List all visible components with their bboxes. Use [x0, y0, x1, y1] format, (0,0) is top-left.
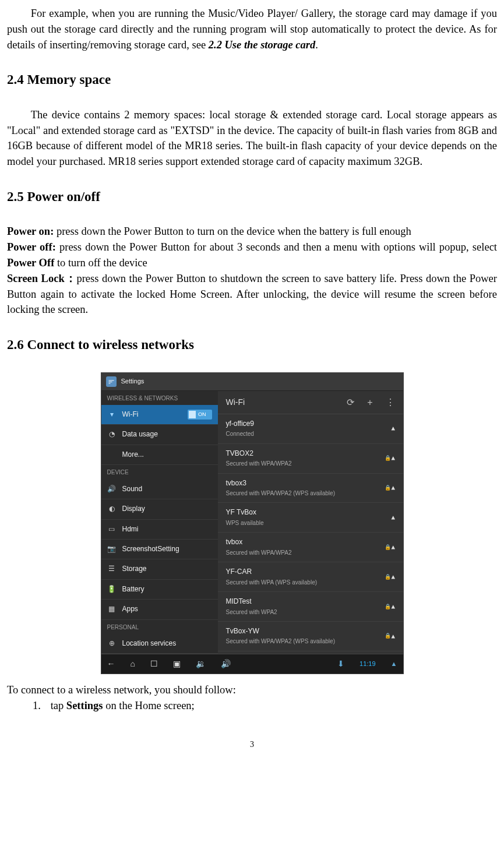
wifi-network-status: Secured with WPA/WPA2 [226, 549, 292, 558]
power-off-line: Power off: press down the Power Button f… [7, 239, 497, 271]
wifi-network-status: Secured with WPA2 [226, 608, 277, 617]
wifi-signal-icon: 🔒▾ [385, 453, 395, 464]
android-settings-window: Settings WIRELESS & NETWORKS ▾ Wi-Fi ON … [101, 372, 404, 674]
power-off-text-before: press down the Power Button for about 3 … [56, 241, 497, 253]
sidebar-item-label: Storage [122, 564, 212, 574]
intro-reference: 2.2 Use the storage card [209, 39, 315, 51]
wifi-network-name: YF TvBox [226, 507, 264, 517]
lock-icon: 🔒 [385, 632, 391, 640]
wifi-network-status: WPS available [226, 519, 264, 528]
screenshot-icon[interactable]: ▣ [173, 658, 181, 669]
section-2-4-body: The device contains 2 memory spaces: loc… [7, 107, 497, 170]
wifi-panel-header: Wi-Fi ⟳ + ⋮ [218, 391, 403, 414]
back-icon[interactable]: ← [107, 658, 115, 669]
section-2-5-body: Power on: press down the Power Button to… [7, 224, 497, 318]
wifi-panel-title: Wi-Fi [226, 396, 245, 408]
sidebar-item-label: Hdmi [122, 524, 212, 534]
sidebar-item-wifi[interactable]: ▾ Wi-Fi ON [101, 405, 218, 425]
sidebar-item-label: Apps [122, 604, 212, 614]
battery-icon: 🔋 [107, 584, 117, 594]
sidebar-item-label: ScreenshotSetting [122, 544, 212, 554]
sidebar-item-label: Display [122, 504, 212, 514]
sidebar-item-label: Wi-Fi [122, 410, 182, 420]
power-on-text: press down the Power Button to turn on t… [54, 225, 411, 237]
intro-text-end: . [315, 39, 318, 51]
wifi-network-row[interactable]: MIDTestSecured with WPA2🔒▾ [218, 592, 403, 622]
screen-lock-label: Screen Lock： [7, 273, 76, 284]
power-off-text-after: to turn off the device [54, 257, 147, 269]
recent-apps-icon[interactable]: ☐ [150, 658, 158, 669]
camera-icon: 📷 [107, 544, 117, 554]
step-text-after: on the Home screen; [103, 700, 195, 711]
settings-sidebar: WIRELESS & NETWORKS ▾ Wi-Fi ON ◔ Data us… [101, 391, 218, 654]
storage-icon: ☰ [107, 564, 117, 574]
scan-icon[interactable]: ⟳ [347, 396, 354, 409]
step-number: 1. [33, 698, 48, 714]
lock-icon: 🔒 [385, 544, 391, 551]
sidebar-category-personal: PERSONAL [101, 620, 218, 635]
volume-up-icon[interactable]: 🔊 [221, 658, 231, 669]
sound-icon: 🔊 [107, 484, 117, 494]
sidebar-item-apps[interactable]: ▦ Apps [101, 600, 218, 619]
sidebar-item-label: Battery [122, 584, 212, 594]
data-usage-icon: ◔ [107, 429, 117, 439]
wifi-signal-icon: ▾ [391, 423, 395, 434]
wifi-network-row[interactable]: YF-CARSecured with WPA (WPS available)🔒▾ [218, 562, 403, 592]
clock-time: 11:19 [360, 660, 376, 669]
wifi-status-icon: ▲ [391, 660, 397, 669]
lock-icon: 🔒 [385, 573, 391, 581]
sidebar-item-sound[interactable]: 🔊 Sound [101, 480, 218, 499]
home-icon[interactable]: ⌂ [131, 658, 135, 669]
wifi-network-list: yf-office9Connected▾TVBOX2Secured with W… [218, 414, 403, 651]
overflow-menu-icon[interactable]: ⋮ [386, 396, 395, 409]
wifi-network-status: Secured with WPA/WPA2 (WPS available) [226, 637, 335, 646]
page-number: 3 [7, 739, 497, 750]
settings-window-titlebar: Settings [101, 373, 403, 391]
wifi-main-panel: Wi-Fi ⟳ + ⋮ yf-office9Connected▾TVBOX2Se… [218, 391, 403, 654]
wifi-network-name: yf-office9 [226, 419, 254, 429]
power-off-label: Power off: [7, 241, 56, 253]
power-on-label: Power on: [7, 225, 54, 237]
wifi-network-status: Secured with WPA/WPA2 [226, 460, 292, 468]
sidebar-item-label: Location services [122, 639, 212, 649]
sidebar-item-display[interactable]: ◐ Display [101, 499, 218, 519]
lock-icon: 🔒 [385, 454, 391, 462]
sidebar-item-screenshot-setting[interactable]: 📷 ScreenshotSetting [101, 540, 218, 559]
wifi-settings-screenshot: Settings WIRELESS & NETWORKS ▾ Wi-Fi ON … [7, 372, 497, 674]
wifi-network-name: tvbox3 [226, 478, 335, 488]
sidebar-item-data-usage[interactable]: ◔ Data usage [101, 425, 218, 445]
wifi-network-row[interactable]: YF TvBoxWPS available▾ [218, 503, 403, 533]
location-icon: ⊕ [107, 639, 117, 649]
wifi-network-row[interactable]: tvboxSecured with WPA/WPA2🔒▾ [218, 533, 403, 562]
sidebar-item-more[interactable]: More... [101, 445, 218, 465]
wifi-signal-icon: ▾ [391, 512, 395, 523]
wifi-signal-icon: 🔒▾ [385, 482, 395, 494]
lock-icon: 🔒 [385, 603, 391, 611]
settings-app-icon [106, 376, 117, 387]
sidebar-item-label: Data usage [122, 429, 212, 439]
section-2-5-title: 2.5 Power on/off [7, 187, 497, 206]
wifi-network-row[interactable]: TVBOX2Secured with WPA/WPA2🔒▾ [218, 444, 403, 474]
power-on-line: Power on: press down the Power Button to… [7, 224, 497, 239]
settings-app-title: Settings [121, 377, 144, 386]
wifi-network-status: Secured with WPA/WPA2 (WPS available) [226, 489, 335, 498]
display-icon: ◐ [107, 504, 117, 514]
add-network-icon[interactable]: + [367, 396, 372, 409]
wifi-network-row[interactable]: yf-office9Connected▾ [218, 414, 403, 444]
sidebar-item-battery[interactable]: 🔋 Battery [101, 580, 218, 600]
intro-paragraph: For example, when you are running the Mu… [7, 6, 497, 52]
step-text-before: tap [51, 700, 66, 711]
wifi-signal-icon: 🔒▾ [385, 601, 395, 612]
sidebar-item-storage[interactable]: ☰ Storage [101, 559, 218, 579]
screen-lock-text: press down the Power Button to shutdown … [7, 273, 497, 316]
wifi-network-row[interactable]: TvBox-YWSecured with WPA/WPA2 (WPS avail… [218, 622, 403, 651]
step-bold: Settings [66, 700, 103, 711]
wifi-network-row[interactable]: tvbox3Secured with WPA/WPA2 (WPS availab… [218, 474, 403, 503]
wifi-toggle-on[interactable]: ON [188, 410, 212, 420]
sidebar-item-hdmi[interactable]: ▭ Hdmi [101, 520, 218, 540]
sidebar-item-location[interactable]: ⊕ Location services [101, 634, 218, 654]
volume-down-icon[interactable]: 🔉 [196, 658, 206, 669]
screen-lock-line: Screen Lock：press down the Power Button … [7, 271, 497, 318]
sidebar-item-label: More... [122, 450, 212, 460]
android-navbar: ← ⌂ ☐ ▣ 🔉 🔊 ⬇ 11:19 ▲ [101, 654, 403, 673]
